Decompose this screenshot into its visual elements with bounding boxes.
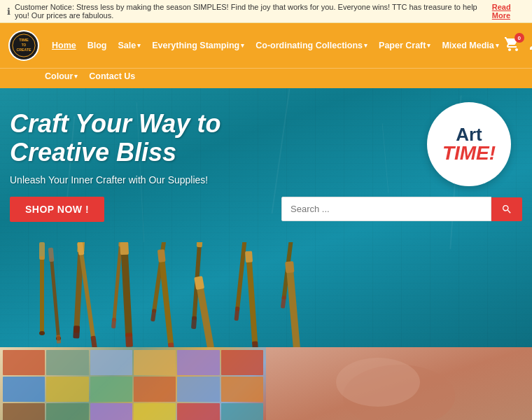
svg-rect-18: [112, 244, 122, 321]
logo[interactable]: TIME TO CREATE: [8, 30, 39, 61]
nav-item-sale[interactable]: Sale▾: [113, 38, 147, 53]
notice-bar: ℹ Customer Notice: Stress less by making…: [0, 0, 532, 23]
svg-rect-21: [121, 251, 132, 337]
art-circle-line1: Art: [456, 125, 482, 144]
svg-text:TIME: TIME: [19, 38, 29, 42]
svg-rect-9: [48, 248, 55, 262]
stamp-cell: [221, 377, 263, 402]
shop-now-button[interactable]: SHOP NOW !: [10, 197, 104, 222]
brushes-area: [0, 242, 532, 347]
svg-text:CREATE: CREATE: [16, 48, 31, 52]
read-more-link[interactable]: Read More: [492, 3, 525, 20]
svg-rect-5: [40, 256, 44, 333]
stamp-cell: [177, 377, 219, 402]
notice-text: Customer Notice: Stress less by making t…: [15, 3, 488, 20]
stamp-cell: [3, 377, 45, 402]
stamp-cell: [90, 403, 132, 420]
hero-title: Craft Your Way to Creative Bliss: [10, 109, 248, 167]
svg-rect-27: [159, 258, 174, 346]
nav-item-contact[interactable]: Contact Us: [83, 69, 141, 84]
nav-item-home[interactable]: Home: [46, 38, 82, 53]
stamp-cell: [134, 377, 176, 402]
stamp-cell: [46, 403, 88, 420]
stamp-cell: [90, 377, 132, 402]
subnav: Colour▾ Contact Us: [0, 68, 532, 88]
header-icons: 0: [505, 36, 532, 55]
svg-rect-44: [281, 295, 286, 309]
thumbnails-row: [0, 347, 532, 420]
hands-thumbnail[interactable]: [266, 347, 532, 420]
search-button[interactable]: [491, 197, 522, 221]
stamp-cell: [3, 403, 45, 420]
stamp-cell: [221, 403, 263, 420]
svg-rect-46: [285, 261, 294, 273]
svg-point-50: [336, 358, 420, 407]
cart-badge: 0: [514, 33, 524, 43]
svg-rect-11: [56, 335, 61, 343]
svg-rect-8: [50, 258, 60, 339]
svg-rect-40: [245, 251, 253, 262]
svg-rect-45: [286, 270, 300, 347]
svg-rect-26: [150, 309, 156, 322]
nav-item-blog[interactable]: Blog: [82, 38, 113, 53]
svg-text:TO: TO: [22, 43, 27, 47]
svg-rect-20: [111, 318, 116, 328]
cart-button[interactable]: 0: [505, 36, 522, 55]
logo-inner: TIME TO CREATE: [10, 31, 38, 59]
logo-circle: TIME TO CREATE: [8, 30, 39, 61]
nav-item-stamping[interactable]: Everything Stamping▾: [146, 38, 250, 53]
info-icon: ℹ: [7, 6, 10, 17]
svg-point-7: [39, 331, 45, 335]
stamp-cell: [3, 350, 45, 375]
nav-item-mixedmedia[interactable]: Mixed Media▾: [436, 38, 504, 53]
stamp-cell: [46, 350, 88, 375]
svg-rect-39: [246, 260, 258, 345]
art-circle-line2: TIME!: [442, 144, 496, 163]
nav-item-collections[interactable]: Co-ordinating Collections▾: [250, 38, 373, 53]
svg-rect-17: [90, 336, 97, 347]
stamp-cell: [46, 377, 88, 402]
svg-rect-31: [197, 242, 203, 247]
svg-rect-22: [120, 242, 129, 255]
svg-rect-23: [125, 332, 133, 346]
svg-rect-15: [79, 253, 95, 340]
svg-rect-28: [158, 249, 166, 262]
svg-rect-6: [39, 242, 45, 260]
stamp-cell: [134, 403, 176, 420]
svg-rect-14: [73, 326, 80, 338]
nav-item-papercraft[interactable]: Paper Craft▾: [373, 38, 436, 53]
stamp-cell: [177, 350, 219, 375]
nav-item-colour[interactable]: Colour▾: [39, 69, 83, 84]
stamp-cell: [221, 350, 263, 375]
user-button[interactable]: [527, 36, 532, 55]
hero-content: Craft Your Way to Creative Bliss Unleash…: [10, 109, 248, 222]
svg-rect-33: [196, 285, 217, 347]
svg-rect-41: [252, 341, 259, 347]
search-input[interactable]: [281, 197, 491, 221]
stamp-cell: [134, 350, 176, 375]
search-bar: [281, 197, 522, 221]
stamp-thumbnail[interactable]: [0, 347, 266, 420]
svg-rect-38: [234, 307, 239, 321]
hero-section: Craft Your Way to Creative Bliss Unleash…: [0, 88, 532, 347]
header: TIME TO CREATE Home Blog Sale▾ Everythin…: [0, 23, 532, 68]
stamp-cell: [90, 350, 132, 375]
stamp-cell: [177, 403, 219, 420]
main-nav: Home Blog Sale▾ Everything Stamping▾ Co-…: [46, 38, 505, 53]
search-icon: [501, 204, 512, 215]
svg-rect-32: [191, 316, 197, 329]
svg-rect-29: [168, 342, 175, 347]
hero-subtitle: Unleash Your Inner Crafter with Our Supp…: [10, 174, 248, 186]
art-circle: Art TIME!: [427, 102, 511, 186]
